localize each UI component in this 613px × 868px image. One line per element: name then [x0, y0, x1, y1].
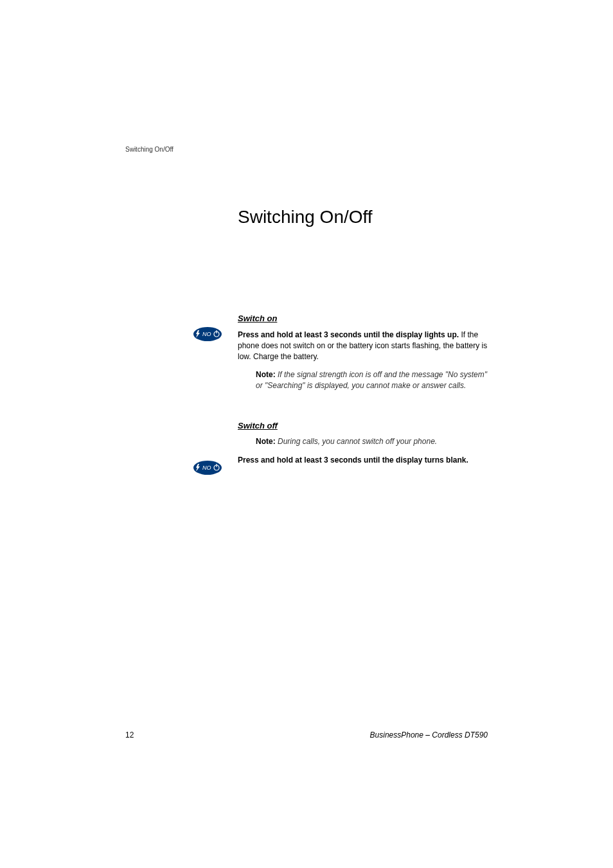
- no-power-button-icon: NO: [193, 460, 222, 475]
- no-power-button-icon: NO: [193, 326, 222, 342]
- switch-off-note-text: During calls, you cannot switch off your…: [278, 437, 437, 446]
- switch-on-section: Switch on Press and hold at least 3 seco…: [238, 314, 495, 391]
- switch-off-section: Switch off Note: During calls, you canno…: [238, 421, 495, 466]
- icon-label: NO: [202, 465, 211, 471]
- page-title: Switching On/Off: [238, 207, 373, 227]
- page-number: 12: [125, 731, 134, 740]
- switch-off-instruction: Press and hold at least 3 seconds until …: [238, 455, 495, 466]
- switch-on-note-text: If the signal strength icon is off and t…: [256, 370, 487, 390]
- switch-on-body: Press and hold at least 3 seconds until …: [238, 330, 495, 362]
- switch-on-heading: Switch on: [238, 314, 495, 323]
- icon-label: NO: [202, 331, 211, 337]
- footer-document-title: BusinessPhone – Cordless DT590: [370, 731, 488, 740]
- header-section-label: Switching On/Off: [125, 146, 173, 153]
- switch-off-heading: Switch off: [238, 421, 495, 430]
- note-label: Note:: [256, 437, 276, 446]
- switch-off-note: Note: During calls, you cannot switch of…: [256, 437, 495, 446]
- switch-on-bold-line: Press and hold at least 3 seconds until …: [238, 330, 459, 339]
- switch-on-note: Note: If the signal strength icon is off…: [256, 369, 495, 391]
- note-label: Note:: [256, 370, 276, 379]
